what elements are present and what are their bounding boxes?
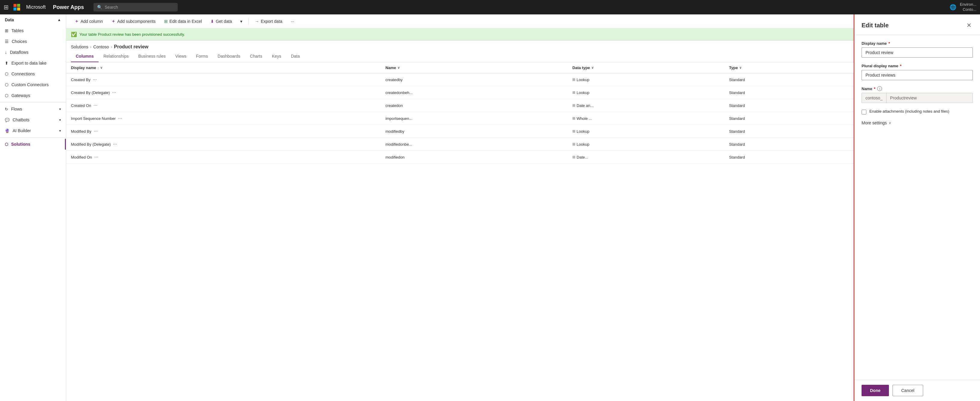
- search-bar[interactable]: 🔍: [94, 3, 178, 11]
- add-subcomponents-icon: ＋: [111, 19, 115, 24]
- cell-data-type: ⊞ Date...: [568, 151, 724, 164]
- name-required-indicator: *: [874, 87, 875, 91]
- row-options-button[interactable]: ···: [117, 115, 123, 122]
- tab-data[interactable]: Data: [286, 51, 305, 62]
- export-icon: ⬆: [5, 61, 8, 65]
- breadcrumb-contoso[interactable]: Contoso: [93, 44, 109, 49]
- tab-keys[interactable]: Keys: [267, 51, 286, 62]
- more-options-button[interactable]: ···: [287, 17, 298, 25]
- row-options-button[interactable]: ···: [92, 128, 99, 135]
- tab-business-rules[interactable]: Business rules: [134, 51, 170, 62]
- sidebar-item-choices[interactable]: ☰ Choices: [0, 36, 66, 47]
- dropdown-chevron-icon: ▾: [240, 19, 242, 24]
- tabs: Columns Relationships Business rules Vie…: [66, 51, 854, 62]
- get-data-button[interactable]: ⬇ Get data: [207, 17, 236, 25]
- tab-charts[interactable]: Charts: [245, 51, 267, 62]
- name-field-group: Name * i contoso_ Productreview: [862, 86, 973, 103]
- dropdown-button[interactable]: ▾: [237, 17, 246, 25]
- enable-attachments-row: Enable attachments (including notes and …: [862, 109, 973, 114]
- done-button[interactable]: Done: [862, 385, 889, 396]
- header-name[interactable]: Name ∨: [380, 62, 568, 73]
- row-options-button[interactable]: ···: [92, 102, 99, 109]
- cell-data-type: ⊞ Lookup: [568, 125, 724, 138]
- search-input[interactable]: [105, 5, 174, 10]
- display-name-label: Display name *: [862, 41, 973, 46]
- table-header-row: Display name ↑ ∨ Name ∨: [66, 62, 854, 73]
- export-data-icon: →: [255, 19, 259, 24]
- cell-display-name: Created By (Delegate) ···: [66, 86, 380, 99]
- table-row: Created By (Delegate) ··· createdonbeh..…: [66, 86, 854, 99]
- table-row: Created By ··· createdby ⊞ Lookup Standa…: [66, 73, 854, 86]
- enable-attachments-label: Enable attachments (including notes and …: [869, 109, 949, 114]
- row-options-button[interactable]: ···: [111, 89, 117, 96]
- cell-type: Standard: [724, 86, 854, 99]
- collapse-icon[interactable]: ▲: [57, 18, 61, 22]
- ai-builder-icon: 🔮: [5, 128, 10, 133]
- sidebar-item-flows[interactable]: ↻ Flows ▾: [0, 104, 66, 114]
- data-type-icon: ⊞: [573, 155, 575, 159]
- row-options-button[interactable]: ···: [93, 154, 100, 160]
- sidebar-section-data: Data ▲: [0, 14, 66, 25]
- panel-title: Edit table: [862, 22, 889, 29]
- name-info-icon[interactable]: i: [877, 86, 882, 91]
- close-button[interactable]: ✕: [965, 21, 973, 30]
- breadcrumb-sep-1: ›: [90, 44, 92, 49]
- sidebar-item-gateways[interactable]: ⬡ Gateways: [0, 90, 66, 101]
- more-settings-section[interactable]: More settings ∨: [862, 120, 973, 125]
- edit-data-in-excel-button[interactable]: ⊞ Edit data in Excel: [161, 17, 205, 25]
- export-data-button[interactable]: → Export data: [251, 17, 286, 25]
- header-display-name[interactable]: Display name ↑ ∨: [66, 62, 380, 73]
- edit-panel: Edit table ✕ Display name * Plural displ…: [854, 14, 980, 401]
- cancel-button[interactable]: Cancel: [892, 385, 923, 396]
- cell-display-name: Import Sequence Number ···: [66, 112, 380, 125]
- cell-name: createdby: [380, 73, 568, 86]
- custom-connectors-icon: ⬡: [5, 82, 8, 87]
- cell-name: modifiedby: [380, 125, 568, 138]
- add-subcomponents-button[interactable]: ＋ Add subcomponents: [108, 17, 159, 26]
- sidebar-item-chatbots[interactable]: 💬 Chatbots ▾: [0, 114, 66, 125]
- sidebar-item-export-to-data-lake[interactable]: ⬆ Export to data lake: [0, 58, 66, 68]
- nav-right: 🌐 Environ... Conto...: [950, 2, 977, 12]
- tab-relationships[interactable]: Relationships: [99, 51, 134, 62]
- tab-dashboards[interactable]: Dashboards: [213, 51, 245, 62]
- more-options-icon: ···: [291, 19, 294, 24]
- header-data-type[interactable]: Data type ∨: [568, 62, 724, 73]
- plural-display-name-input[interactable]: [862, 70, 973, 80]
- sidebar-item-ai-builder[interactable]: 🔮 AI Builder ▾: [0, 125, 66, 136]
- cell-type: Standard: [724, 151, 854, 164]
- required-indicator: *: [888, 41, 890, 46]
- sidebar-item-custom-connectors[interactable]: ⬡ Custom Connectors: [0, 79, 66, 90]
- add-column-button[interactable]: ＋ Add column: [71, 17, 107, 26]
- waffle-icon[interactable]: ⊞: [3, 3, 9, 11]
- cell-name: createdonbeh...: [380, 86, 568, 99]
- enable-attachments-checkbox[interactable]: [862, 109, 866, 114]
- data-type-icon: ⊞: [573, 90, 575, 95]
- chatbots-chevron-icon: ▾: [59, 118, 61, 122]
- sidebar-item-connections[interactable]: ⬡ Connections: [0, 68, 66, 79]
- sidebar-item-dataflows[interactable]: ↓ Dataflows: [0, 47, 66, 58]
- flows-icon: ↻: [5, 107, 8, 111]
- globe-icon[interactable]: 🌐: [950, 4, 956, 11]
- cell-display-name: Created On ···: [66, 99, 380, 112]
- plural-required-indicator: *: [900, 64, 902, 68]
- breadcrumb-solutions[interactable]: Solutions: [71, 44, 88, 49]
- name-value: Productreview: [886, 93, 921, 103]
- cell-data-type: ⊞ Lookup: [568, 138, 724, 151]
- data-type-icon: ⊞: [573, 116, 575, 120]
- tab-views[interactable]: Views: [170, 51, 191, 62]
- environment-info: Environ... Conto...: [960, 2, 977, 12]
- row-options-button[interactable]: ···: [112, 141, 118, 147]
- flows-chevron-icon: ▾: [59, 107, 61, 111]
- tab-forms[interactable]: Forms: [191, 51, 213, 62]
- plural-display-name-field-group: Plural display name *: [862, 64, 973, 80]
- table-row: Created On ··· createdon ⊞ Date an... St…: [66, 99, 854, 112]
- header-type[interactable]: Type ∨: [724, 62, 854, 73]
- microsoft-logo: [14, 4, 20, 11]
- row-options-button[interactable]: ···: [92, 76, 98, 83]
- tab-columns[interactable]: Columns: [71, 51, 99, 62]
- sidebar-item-solutions[interactable]: ⬡ Solutions: [0, 139, 66, 150]
- table-row: Modified By ··· modifiedby ⊞ Lookup Stan…: [66, 125, 854, 138]
- sidebar-item-tables[interactable]: ⊞ Tables: [0, 25, 66, 36]
- display-name-input[interactable]: [862, 48, 973, 58]
- success-banner: ✅ Your table Product review has been pro…: [66, 29, 854, 41]
